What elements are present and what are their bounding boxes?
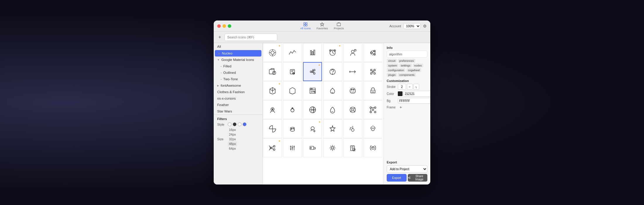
search-input[interactable] <box>225 33 277 41</box>
icon-cell[interactable] <box>343 43 362 62</box>
export-button[interactable]: Export <box>387 174 407 182</box>
sidebar-item-clothes[interactable]: Clothes & Fashion <box>214 89 263 95</box>
add-button[interactable]: + <box>217 34 222 40</box>
tags-area: circuit preferences system settings node… <box>387 59 427 77</box>
icon-cell[interactable] <box>323 100 342 119</box>
icon-cell[interactable] <box>263 62 282 81</box>
sidebar-item-filled[interactable]: • Filled <box>214 63 263 69</box>
color-input[interactable] <box>403 91 430 97</box>
icon-cell[interactable] <box>283 100 302 119</box>
icon-cell[interactable] <box>343 119 362 138</box>
tag[interactable]: plugin <box>387 73 397 77</box>
bg-input[interactable] <box>398 98 430 104</box>
icon-cell[interactable] <box>343 100 362 119</box>
style-outline-circle[interactable] <box>238 122 242 126</box>
customization-title: Customization <box>387 79 427 83</box>
icon-cell[interactable]: ★ <box>263 43 282 62</box>
tag[interactable]: settings <box>399 64 412 67</box>
share-button[interactable]: Share Image <box>408 174 428 182</box>
icon-cell[interactable] <box>363 100 382 119</box>
icon-cell[interactable] <box>303 138 322 157</box>
corner-sharp-button[interactable]: ┐ <box>413 84 419 90</box>
corner-round-button[interactable]: ⌐ <box>407 84 413 90</box>
icon-cell[interactable] <box>343 62 362 81</box>
filter-style-row: Style <box>217 122 259 126</box>
size-64[interactable]: 64px <box>228 146 237 151</box>
star-badge: ★ <box>318 64 320 66</box>
icon-cell[interactable] <box>263 100 282 119</box>
icon-cell[interactable] <box>343 138 362 157</box>
icon-cell-selected[interactable]: ★ <box>303 62 322 81</box>
icon-cell[interactable] <box>303 43 322 62</box>
sidebar-item-starwars[interactable]: Star Wars <box>214 108 263 115</box>
zoom-select[interactable]: 100% 75% 125% <box>403 23 421 29</box>
icon-cell[interactable] <box>363 81 382 100</box>
frame-add-button[interactable]: + <box>398 105 403 110</box>
svg-rect-55 <box>371 90 375 93</box>
svg-point-80 <box>273 145 275 147</box>
stroke-input[interactable] <box>398 84 406 90</box>
tab-favorites[interactable]: Favorites <box>314 22 330 30</box>
sidebar-item-nucleo[interactable]: ▶ Nucleo <box>215 50 261 57</box>
tag[interactable]: system <box>387 64 398 67</box>
size-24[interactable]: 24px <box>228 132 237 137</box>
icon-grid: ★ ★ <box>263 43 383 157</box>
icon-cell[interactable]: ₿ <box>283 62 302 81</box>
color-swatch[interactable] <box>398 91 402 96</box>
sidebar-item-all[interactable]: All <box>214 43 263 50</box>
icon-cell[interactable] <box>283 81 302 100</box>
icon-area: ★ ★ <box>263 43 383 184</box>
style-filled[interactable] <box>233 122 237 126</box>
svg-marker-4 <box>321 22 324 26</box>
stroke-label: Stroke <box>387 85 398 88</box>
tag[interactable]: nodes <box>413 64 423 67</box>
maximize-button[interactable] <box>228 24 231 28</box>
settings-button[interactable]: ⚙ <box>423 24 427 28</box>
icon-cell[interactable] <box>363 43 382 62</box>
icon-cell[interactable] <box>263 119 282 138</box>
icon-cell[interactable] <box>283 119 302 138</box>
sidebar-item-twotone[interactable]: • Two-Tone <box>214 76 263 82</box>
icon-cell[interactable] <box>323 119 342 138</box>
tab-all-icons[interactable]: All Icons <box>298 22 313 30</box>
sidebar-item-outlined[interactable]: • Outlined <box>214 69 263 76</box>
sidebar-item-google[interactable]: ▼ Google Material Icons <box>214 57 263 63</box>
icon-cell[interactable]: ★ <box>303 119 322 138</box>
sidebar-item-feather[interactable]: Feather <box>214 102 263 108</box>
icon-cell[interactable] <box>303 81 322 100</box>
sidebar-item-osx[interactable]: os-x-cursors <box>214 95 263 102</box>
frame-label: Frame <box>387 105 398 109</box>
icon-cell[interactable]: ★ <box>323 43 342 62</box>
style-outline[interactable] <box>228 122 232 126</box>
icon-cell[interactable] <box>363 119 382 138</box>
tag[interactable]: cogwheel <box>406 68 421 72</box>
size-48[interactable]: 48px <box>228 141 237 146</box>
minimize-button[interactable] <box>222 24 226 28</box>
icon-cell[interactable] <box>283 138 302 157</box>
icon-cell[interactable] <box>283 43 302 62</box>
export-dropdown[interactable]: Add to Project Download SVG Download PNG <box>387 165 427 173</box>
icon-cell[interactable] <box>323 81 342 100</box>
svg-point-41 <box>374 72 376 74</box>
icon-cell[interactable] <box>303 100 322 119</box>
tag[interactable]: preferences <box>398 59 415 63</box>
style-filled-blue[interactable] <box>243 122 246 126</box>
tag[interactable]: configuration <box>387 68 405 72</box>
icon-cell[interactable] <box>363 138 382 157</box>
sidebar-item-fontawesome[interactable]: ▶ fontAwesome <box>214 82 263 89</box>
close-button[interactable] <box>217 24 221 28</box>
icon-cell[interactable] <box>343 81 362 100</box>
tag[interactable]: circuit <box>387 59 397 63</box>
icon-cell[interactable] <box>323 138 342 157</box>
tag[interactable]: components <box>398 73 416 77</box>
icon-cell[interactable] <box>323 62 342 81</box>
size-16[interactable]: 16px <box>228 127 237 132</box>
icon-cell[interactable]: ★ <box>263 81 282 100</box>
icon-cell[interactable]: ★ <box>263 138 282 157</box>
icon-cell[interactable] <box>363 62 382 81</box>
svg-point-88 <box>310 147 311 148</box>
bg-label: Bg <box>387 99 398 102</box>
tab-projects[interactable]: Projects <box>331 22 346 30</box>
main-layout: All ▶ Nucleo ▼ Google Material Icons • F… <box>214 43 430 184</box>
size-32[interactable]: 32px <box>228 137 237 141</box>
